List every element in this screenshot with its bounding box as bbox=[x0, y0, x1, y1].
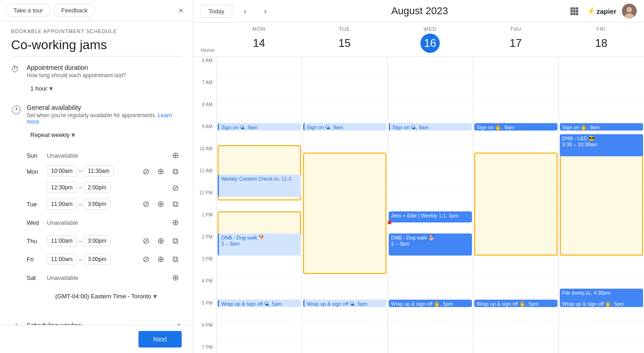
calendar-event[interactable]: Sign on 🖐, 9am bbox=[474, 123, 558, 131]
calendar-header: Today ‹ › August 2023 ⚡zapier bbox=[193, 0, 644, 23]
calendar-event[interactable]: Sign on 🌤, 9am bbox=[389, 123, 472, 131]
thu-remove-button[interactable]: ⊘ bbox=[139, 234, 152, 247]
day-header-tue[interactable]: TUE 15 bbox=[302, 23, 387, 57]
day-column-mon[interactable]: Sign on 🌤, 9amWeekly Content Check-In, 1… bbox=[216, 57, 302, 353]
thu-start[interactable]: 11:00am bbox=[47, 235, 77, 246]
fri-name: FRI bbox=[597, 26, 606, 32]
timezone-dropdown[interactable]: (GMT-04:00) Eastern Time - Toronto ▾ bbox=[52, 290, 161, 302]
mon-end-1[interactable]: 11:30am bbox=[84, 165, 114, 176]
calendar-day-headers: Home MON 14 TUE 15 WED 16 THU 17 FRI 18 bbox=[193, 23, 644, 57]
chevron-down-icon: ▾ bbox=[49, 84, 53, 93]
calendar-event[interactable]: DNB - Dog walk 🐕2 – 3pm bbox=[218, 233, 301, 256]
calendar-event[interactable]: Wrap up & sign off 🌤, 5pm bbox=[218, 300, 301, 307]
day-column-fri[interactable]: Sign on 🖐, 9amDNB - L&D 😎9:30 – 10:30amF… bbox=[558, 57, 644, 353]
day-column-tue[interactable]: Sign on 🌤, 9am📅 Monthly content writer h… bbox=[302, 57, 387, 353]
avail-row-sun: Sun Unavailable ⊕ bbox=[27, 147, 182, 164]
tue-remove-button[interactable]: ⊘ bbox=[139, 198, 152, 211]
appointment-duration-content: Appointment duration How long should eac… bbox=[27, 64, 182, 95]
wed-add-button[interactable]: ⊕ bbox=[169, 216, 182, 229]
event-title: Jess + Ellie | Weekly 1:1, 1pm bbox=[391, 213, 470, 218]
prev-month-button[interactable]: ‹ bbox=[238, 4, 253, 18]
calendar-event[interactable]: Weekly Content Check-In, 11:3 bbox=[218, 175, 301, 197]
fri-remove-button[interactable]: ⊘ bbox=[139, 253, 152, 266]
mon-remove-button[interactable]: ⊘ bbox=[139, 165, 152, 178]
calendar-event[interactable]: Wrap up & sign off 🌤, 5pm bbox=[303, 300, 386, 307]
fri-time-slot: 11:00am – 3:00pm bbox=[47, 254, 136, 265]
day-column-thu[interactable]: Sign on 🖐, 9amWrap up & sign off 🖐, 5pm bbox=[473, 57, 558, 353]
svg-rect-8 bbox=[576, 13, 578, 15]
mon-dash-1: – bbox=[78, 167, 83, 174]
tue-add-button[interactable]: ⊕ bbox=[154, 198, 167, 211]
tue-end[interactable]: 3:00pm bbox=[84, 199, 110, 210]
mon-num: 14 bbox=[249, 34, 269, 53]
next-month-button[interactable]: › bbox=[258, 4, 273, 18]
calendar-event[interactable]: DNB - L&D 😎9:30 – 10:30am bbox=[560, 134, 643, 156]
calendar-event[interactable]: Wrap up & sign off 🖐, 5pm bbox=[474, 300, 558, 307]
event-title: DNB - Dog walk 🐕 bbox=[391, 235, 470, 241]
svg-rect-7 bbox=[573, 13, 575, 15]
calendar-event[interactable]: Sign on 🌤, 9am bbox=[218, 123, 301, 131]
duration-select[interactable]: 1 hour ▾ bbox=[27, 82, 57, 95]
user-avatar[interactable] bbox=[622, 4, 637, 18]
sat-add-button[interactable]: ⊕ bbox=[169, 271, 182, 284]
fri-start[interactable]: 11:00am bbox=[47, 254, 77, 265]
calendar-event[interactable]: DNB - Dog walk 🐕2 – 3pm bbox=[389, 233, 472, 256]
general-availability-subtitle: Set when you're regularly available for … bbox=[27, 112, 182, 125]
day-column-wed[interactable]: Sign on 🌤, 9amJess + Ellie | Weekly 1:1,… bbox=[387, 57, 473, 353]
calendar-event[interactable] bbox=[560, 153, 643, 256]
tue-start[interactable]: 11:00am bbox=[47, 199, 77, 210]
calendar-event[interactable] bbox=[474, 153, 558, 256]
sat-actions: ⊕ bbox=[169, 271, 182, 284]
mon-remove-2-button[interactable]: ⊘ bbox=[169, 182, 182, 194]
day-header-thu[interactable]: THU 17 bbox=[473, 23, 558, 57]
mon-add-button[interactable]: ⊕ bbox=[154, 165, 167, 178]
scheduling-window-header: Scheduling window ∧ bbox=[27, 321, 182, 325]
mon-end-2[interactable]: 2:00pm bbox=[84, 182, 110, 193]
calendar-top-right: ⚡zapier bbox=[567, 4, 637, 18]
mon-start-1[interactable]: 10:00am bbox=[47, 165, 77, 176]
thu-copy-button[interactable]: ⧉ bbox=[169, 234, 182, 247]
tue-copy-button[interactable]: ⧉ bbox=[169, 198, 182, 211]
day-header-mon[interactable]: MON 14 bbox=[216, 23, 302, 57]
apps-icon[interactable] bbox=[567, 4, 581, 18]
calendar-event[interactable]: Jess + Ellie | Weekly 1:1, 1pm bbox=[389, 211, 472, 222]
calendar-event[interactable]: Sign on 🌤, 9am bbox=[303, 123, 386, 131]
close-button[interactable]: × bbox=[174, 4, 187, 17]
wed-actions: ⊕ bbox=[169, 216, 182, 229]
sun-add-button[interactable]: ⊕ bbox=[169, 149, 182, 162]
calendar-event[interactable]: Wrap up & sign off 🖐, 5pm bbox=[389, 300, 472, 307]
current-time-indicator bbox=[388, 221, 391, 224]
calendar-scroll: 6 AM7 AM8 AM9 AM10 AM11 AM12 PM1 PM2 PM3… bbox=[193, 57, 644, 353]
event-title: DNB - L&D 😎 bbox=[562, 136, 641, 142]
fri-add-button[interactable]: ⊕ bbox=[154, 253, 167, 266]
mon-name: MON bbox=[253, 26, 265, 32]
thu-end[interactable]: 3:00pm bbox=[84, 235, 110, 246]
sun-unavailable: Unavailable bbox=[47, 152, 165, 159]
repeat-weekly-dropdown[interactable]: Repeat weekly ▾ bbox=[27, 129, 79, 141]
wed-name: WED bbox=[424, 26, 437, 32]
next-button[interactable]: Next bbox=[138, 331, 182, 347]
feedback-button[interactable]: Feedback bbox=[53, 4, 95, 17]
fri-copy-button[interactable]: ⧉ bbox=[169, 253, 182, 266]
take-tour-button[interactable]: Take a tour bbox=[6, 4, 51, 17]
scheduling-window-section: ⇄ Scheduling window ∧ Limit the time ran… bbox=[11, 321, 182, 325]
thu-add-button[interactable]: ⊕ bbox=[154, 234, 167, 247]
mon-copy-button[interactable]: ⧉ bbox=[169, 165, 182, 178]
calendar-event[interactable]: Wrap up & sign off 🖐, 5pm bbox=[560, 300, 643, 307]
calendar-event[interactable] bbox=[303, 153, 386, 274]
today-button[interactable]: Today bbox=[201, 5, 232, 18]
mon-time-slot-2: 12:30pm – 2:00pm bbox=[47, 182, 165, 193]
event-title: Wrap up & sign off 🌤, 5pm bbox=[221, 301, 299, 307]
event-title: Wrap up & sign off 🖐, 5pm bbox=[391, 301, 470, 307]
day-header-fri[interactable]: FRI 18 bbox=[558, 23, 644, 57]
fri-end[interactable]: 3:00pm bbox=[84, 254, 110, 265]
appointment-duration-subtitle: How long should each appointment last? bbox=[27, 72, 182, 79]
general-availability-section: 🕐 General availability Set when you're r… bbox=[11, 104, 182, 312]
calendar-event[interactable]: Sign on 🖐, 9am bbox=[560, 123, 643, 131]
svg-point-10 bbox=[627, 7, 632, 12]
day-header-wed[interactable]: WED 16 bbox=[387, 23, 473, 57]
scheduling-window-title: Scheduling window bbox=[27, 322, 82, 325]
event-title: Wrap up & sign off 🌤, 5pm bbox=[307, 301, 384, 307]
mon-start-2[interactable]: 12:30pm bbox=[47, 182, 77, 193]
scheduling-window-collapse-button[interactable]: ∧ bbox=[176, 321, 182, 325]
